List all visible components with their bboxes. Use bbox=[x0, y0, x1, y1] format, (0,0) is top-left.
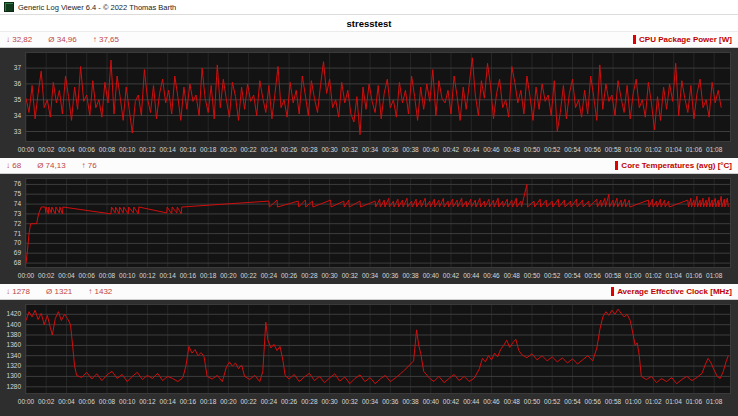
x-tick-label: 00:54 bbox=[564, 272, 580, 279]
x-tick-label: 00:40 bbox=[423, 272, 439, 279]
chart-title: Core Temperatures (avg) [°C] bbox=[621, 161, 732, 170]
x-tick-label: 00:14 bbox=[160, 398, 176, 405]
x-tick-label: 00:04 bbox=[58, 272, 74, 279]
x-tick-label: 00:24 bbox=[261, 398, 277, 405]
plot-area[interactable] bbox=[25, 304, 731, 394]
y-tick-label: 33 bbox=[14, 129, 21, 136]
x-tick-label: 01:04 bbox=[666, 398, 682, 405]
x-tick-label: 00:56 bbox=[585, 398, 601, 405]
x-tick-label: 00:06 bbox=[79, 398, 95, 405]
x-tick-label: 00:44 bbox=[463, 146, 479, 153]
series-color-bar-icon bbox=[633, 35, 636, 44]
x-tick-label: 00:08 bbox=[99, 398, 115, 405]
x-tick-label: 00:58 bbox=[605, 398, 621, 405]
y-tick-label: 1380 bbox=[7, 332, 21, 339]
x-tick-label: 00:00 bbox=[18, 398, 34, 405]
x-tick-label: 00:44 bbox=[463, 272, 479, 279]
x-tick-label: 00:02 bbox=[38, 398, 54, 405]
y-tick-label: 72 bbox=[14, 221, 21, 228]
x-tick-label: 00:30 bbox=[321, 398, 337, 405]
stat-max: ↑ 37,65 bbox=[93, 35, 119, 44]
plot-area[interactable] bbox=[25, 178, 731, 268]
chart-header: ↓ 1278 Ø 1321 ↑ 1432 Average Effective C… bbox=[0, 284, 738, 300]
x-tick-label: 00:38 bbox=[402, 146, 418, 153]
x-tick-label: 00:06 bbox=[79, 146, 95, 153]
x-tick-label: 00:14 bbox=[160, 146, 176, 153]
y-tick-label: 1300 bbox=[7, 373, 21, 380]
window-title: Generic Log Viewer 6.4 - © 2022 Thomas B… bbox=[18, 3, 176, 12]
chart-legend: Average Effective Clock [MHz] bbox=[611, 287, 732, 296]
plot-area[interactable] bbox=[25, 52, 731, 142]
x-tick-label: 00:50 bbox=[524, 272, 540, 279]
chart-canvas: 14201400138013601340132013001280 00:0000… bbox=[0, 300, 738, 410]
y-tick-label: 73 bbox=[14, 211, 21, 218]
x-tick-label: 00:26 bbox=[281, 146, 297, 153]
x-tick-label: 01:08 bbox=[706, 272, 722, 279]
y-axis: 3736353433 bbox=[0, 53, 23, 143]
x-tick-label: 00:16 bbox=[180, 146, 196, 153]
log-header: stresstest bbox=[0, 15, 738, 32]
x-tick-label: 00:38 bbox=[402, 398, 418, 405]
x-tick-label: 01:06 bbox=[686, 398, 702, 405]
chart-stats: ↓ 32,82 Ø 34,96 ↑ 37,65 bbox=[6, 35, 119, 44]
x-tick-label: 01:06 bbox=[686, 146, 702, 153]
x-tick-label: 00:24 bbox=[261, 272, 277, 279]
stat-min: ↓ 1278 bbox=[6, 287, 30, 296]
y-tick-label: 1420 bbox=[7, 311, 21, 318]
y-axis: 767574737271706968 bbox=[0, 179, 23, 269]
x-tick-label: 00:36 bbox=[382, 272, 398, 279]
x-tick-label: 00:34 bbox=[362, 146, 378, 153]
chart-legend: Core Temperatures (avg) [°C] bbox=[615, 161, 732, 170]
x-tick-label: 01:02 bbox=[645, 272, 661, 279]
x-tick-label: 01:04 bbox=[666, 146, 682, 153]
x-tick-label: 00:32 bbox=[342, 146, 358, 153]
x-tick-label: 00:02 bbox=[38, 272, 54, 279]
stat-avg: Ø 1321 bbox=[46, 287, 72, 296]
x-tick-label: 01:00 bbox=[625, 146, 641, 153]
x-tick-label: 00:28 bbox=[301, 272, 317, 279]
y-tick-label: 37 bbox=[14, 65, 21, 72]
x-tick-label: 00:18 bbox=[200, 398, 216, 405]
x-tick-label: 00:48 bbox=[504, 272, 520, 279]
chart-header: ↓ 32,82 Ø 34,96 ↑ 37,65 CPU Package Powe… bbox=[0, 32, 738, 48]
x-tick-label: 00:26 bbox=[281, 398, 297, 405]
series-color-bar-icon bbox=[611, 287, 614, 296]
x-tick-label: 00:34 bbox=[362, 398, 378, 405]
chart-section-average-effective-clock: ↓ 1278 Ø 1321 ↑ 1432 Average Effective C… bbox=[0, 284, 738, 410]
x-tick-label: 00:38 bbox=[402, 272, 418, 279]
x-tick-label: 00:58 bbox=[605, 146, 621, 153]
window-titlebar: Generic Log Viewer 6.4 - © 2022 Thomas B… bbox=[0, 0, 738, 15]
x-tick-label: 00:10 bbox=[119, 272, 135, 279]
x-tick-label: 00:12 bbox=[139, 398, 155, 405]
x-tick-label: 00:14 bbox=[160, 272, 176, 279]
chart-section-cpu-package-power: ↓ 32,82 Ø 34,96 ↑ 37,65 CPU Package Powe… bbox=[0, 32, 738, 158]
x-tick-label: 01:08 bbox=[706, 398, 722, 405]
chart-title: CPU Package Power [W] bbox=[639, 35, 732, 44]
x-tick-label: 00:46 bbox=[483, 398, 499, 405]
x-tick-label: 00:12 bbox=[139, 146, 155, 153]
y-tick-label: 1360 bbox=[7, 342, 21, 349]
x-tick-label: 00:20 bbox=[220, 272, 236, 279]
stat-min: ↓ 32,82 bbox=[6, 35, 32, 44]
y-tick-label: 68 bbox=[14, 260, 21, 267]
x-tick-label: 00:46 bbox=[483, 146, 499, 153]
x-tick-label: 00:56 bbox=[585, 146, 601, 153]
x-tick-label: 00:36 bbox=[382, 398, 398, 405]
x-tick-label: 00:18 bbox=[200, 146, 216, 153]
app-icon bbox=[4, 2, 14, 12]
x-tick-label: 00:20 bbox=[220, 398, 236, 405]
x-tick-label: 00:46 bbox=[483, 272, 499, 279]
x-axis: 00:0000:0200:0400:0600:0800:1000:1200:14… bbox=[0, 398, 738, 410]
x-tick-label: 00:08 bbox=[99, 272, 115, 279]
x-tick-label: 00:42 bbox=[443, 398, 459, 405]
x-tick-label: 01:06 bbox=[686, 272, 702, 279]
x-tick-label: 01:04 bbox=[666, 272, 682, 279]
x-tick-label: 00:00 bbox=[18, 146, 34, 153]
x-tick-label: 00:16 bbox=[180, 398, 196, 405]
stat-min: ↓ 68 bbox=[6, 161, 21, 170]
x-tick-label: 00:10 bbox=[119, 146, 135, 153]
log-title: stresstest bbox=[347, 18, 392, 29]
x-tick-label: 00:22 bbox=[240, 398, 256, 405]
y-tick-label: 34 bbox=[14, 113, 21, 120]
chart-stats: ↓ 1278 Ø 1321 ↑ 1432 bbox=[6, 287, 112, 296]
